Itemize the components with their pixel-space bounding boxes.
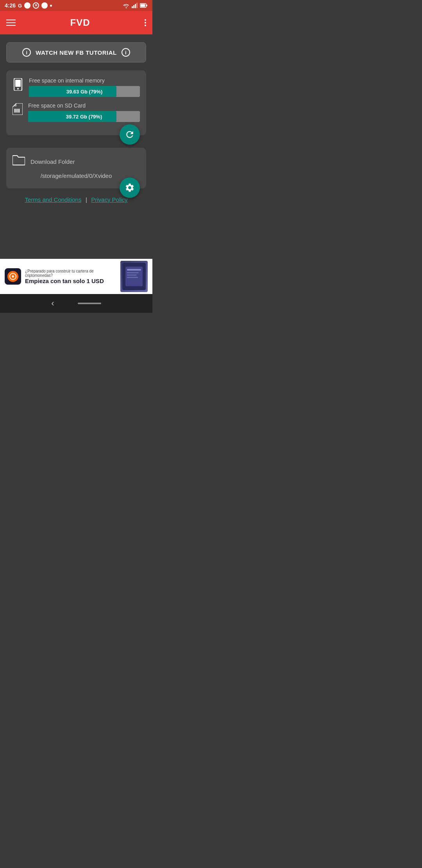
link-separator: | bbox=[86, 196, 87, 203]
folder-card: Download Folder /storage/emulated/0/Xvid… bbox=[6, 148, 146, 188]
svg-rect-2 bbox=[135, 4, 136, 8]
internal-memory-label: Free space on internal memory bbox=[29, 77, 140, 84]
ad-small-text: ¿Preparado para construir tu cartera de … bbox=[25, 269, 120, 278]
app-bar: FVD bbox=[0, 11, 152, 34]
ad-left: ¿Preparado para construir tu cartera de … bbox=[5, 268, 120, 285]
back-button[interactable]: ‹ bbox=[51, 298, 54, 308]
internal-memory-value: 39.63 Gb (79%) bbox=[66, 89, 103, 95]
app-title: FVD bbox=[70, 17, 90, 28]
sd-card-value: 39.72 Gb (79%) bbox=[66, 114, 102, 120]
svg-rect-19 bbox=[127, 277, 138, 278]
circle-icon-2 bbox=[41, 2, 48, 9]
internal-memory-progress: 39.63 Gb (79%) bbox=[29, 86, 140, 97]
dot-icon bbox=[50, 5, 52, 7]
folder-row: Download Folder bbox=[13, 155, 140, 169]
status-bar-right bbox=[123, 3, 148, 8]
folder-label: Download Folder bbox=[30, 158, 75, 165]
internal-memory-info: Free space on internal memory 39.63 Gb (… bbox=[29, 77, 140, 97]
hamburger-menu-button[interactable] bbox=[6, 20, 16, 26]
status-time: 4:26 bbox=[5, 2, 16, 9]
info-icon-right: i bbox=[122, 48, 130, 57]
terms-link[interactable]: Terms and Conditions bbox=[25, 196, 81, 203]
status-bar: 4:26 G ✕ bbox=[0, 0, 152, 11]
internal-memory-row: Free space on internal memory 39.63 Gb (… bbox=[13, 77, 140, 97]
ad-big-text: Empieza con tan solo 1 USD bbox=[25, 278, 120, 284]
sd-card-icon bbox=[13, 103, 23, 118]
svg-rect-18 bbox=[127, 274, 136, 276]
sd-card-progress: 39.72 Gb (79%) bbox=[28, 111, 140, 122]
svg-rect-12 bbox=[18, 109, 20, 113]
wifi-icon bbox=[123, 3, 130, 8]
phone-icon bbox=[13, 78, 23, 93]
privacy-link[interactable]: Privacy Policy bbox=[91, 196, 127, 203]
svg-rect-11 bbox=[16, 109, 18, 113]
svg-rect-16 bbox=[127, 269, 141, 271]
svg-point-9 bbox=[17, 88, 19, 90]
tutorial-label: WATCH NEW FB TUTORIAL bbox=[36, 49, 116, 56]
g-icon: G bbox=[18, 3, 22, 9]
more-options-button[interactable] bbox=[145, 19, 146, 26]
refresh-button[interactable] bbox=[120, 124, 140, 145]
home-indicator[interactable] bbox=[78, 303, 101, 304]
sd-card-row: Free space on SD Card 39.72 Gb (79%) bbox=[13, 102, 140, 122]
ad-text-block: ¿Preparado para construir tu cartera de … bbox=[25, 269, 120, 284]
signal-icon bbox=[132, 3, 138, 8]
svg-rect-10 bbox=[14, 109, 16, 113]
svg-rect-8 bbox=[15, 80, 21, 87]
main-content: i WATCH NEW FB TUTORIAL i Free space on … bbox=[0, 34, 152, 259]
svg-rect-5 bbox=[141, 4, 145, 7]
folder-icon bbox=[13, 155, 25, 169]
info-icon-left: i bbox=[22, 48, 31, 57]
ad-banner[interactable]: ¿Preparado para construir tu cartera de … bbox=[0, 259, 152, 294]
ad-image bbox=[120, 261, 148, 292]
folder-path: /storage/emulated/0/Xvideo bbox=[13, 172, 140, 179]
sd-card-info: Free space on SD Card 39.72 Gb (79%) bbox=[28, 102, 140, 122]
links-row: Terms and Conditions | Privacy Policy bbox=[6, 196, 146, 203]
crypto-logo-inner bbox=[7, 271, 18, 282]
navigation-bar: ‹ bbox=[0, 294, 152, 313]
svg-rect-1 bbox=[133, 5, 134, 8]
circle-icon-1 bbox=[24, 2, 30, 9]
close-circle-icon: ✕ bbox=[33, 2, 39, 9]
settings-button[interactable] bbox=[120, 178, 140, 198]
svg-rect-0 bbox=[132, 6, 133, 8]
svg-rect-3 bbox=[136, 3, 138, 8]
tutorial-banner-button[interactable]: i WATCH NEW FB TUTORIAL i bbox=[6, 42, 146, 63]
svg-rect-6 bbox=[147, 5, 148, 6]
status-bar-left: 4:26 G ✕ bbox=[5, 2, 52, 9]
storage-card: Free space on internal memory 39.63 Gb (… bbox=[6, 70, 146, 135]
crypto-logo bbox=[5, 268, 21, 285]
sd-card-label: Free space on SD Card bbox=[28, 102, 140, 109]
svg-rect-17 bbox=[127, 272, 139, 273]
battery-icon bbox=[140, 3, 148, 8]
